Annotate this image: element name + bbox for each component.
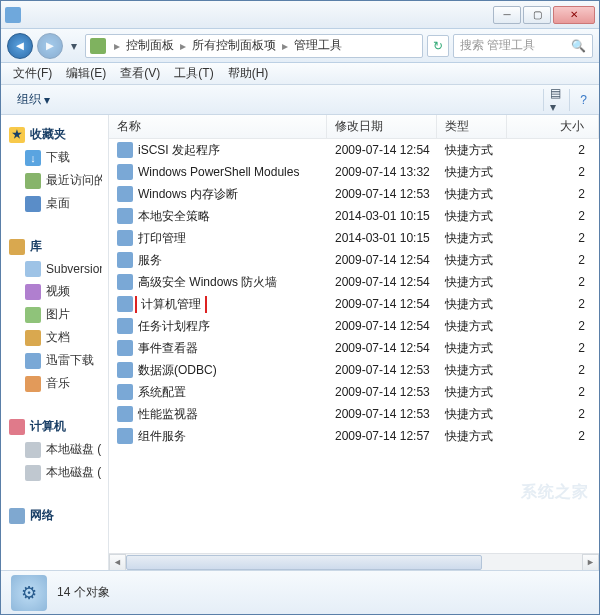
item-size: 2 [507, 187, 599, 201]
menu-tools[interactable]: 工具(T) [168, 63, 219, 84]
shortcut-icon [117, 296, 133, 312]
sidebar-item-music[interactable]: 音乐 [9, 372, 102, 395]
maximize-button[interactable]: ▢ [523, 6, 551, 24]
item-name: 组件服务 [138, 428, 186, 445]
column-size[interactable]: 大小 [507, 115, 599, 138]
search-input[interactable]: 搜索 管理工具 🔍 [453, 34, 593, 58]
list-item[interactable]: 事件查看器2009-07-14 12:54快捷方式2 [109, 337, 599, 359]
chevron-right-icon[interactable]: ▸ [178, 39, 188, 53]
menu-view[interactable]: 查看(V) [114, 63, 166, 84]
item-name: Windows 内存诊断 [138, 186, 238, 203]
item-type: 快捷方式 [437, 296, 507, 313]
chevron-right-icon[interactable]: ▸ [112, 39, 122, 53]
horizontal-scrollbar[interactable]: ◄ ► [109, 553, 599, 570]
menu-help[interactable]: 帮助(H) [222, 63, 275, 84]
picture-icon [25, 307, 41, 323]
address-bar[interactable]: ▸ 控制面板 ▸ 所有控制面板项 ▸ 管理工具 [85, 34, 423, 58]
sidebar-item-desktop[interactable]: 桌面 [9, 192, 102, 215]
item-type: 快捷方式 [437, 428, 507, 445]
close-button[interactable]: ✕ [553, 6, 595, 24]
sidebar-network[interactable]: 网络 [9, 504, 102, 527]
sidebar-item-downloads[interactable]: ↓下载 [9, 146, 102, 169]
list-item[interactable]: 系统配置2009-07-14 12:53快捷方式2 [109, 381, 599, 403]
item-size: 2 [507, 253, 599, 267]
item-name: 数据源(ODBC) [138, 362, 217, 379]
list-item[interactable]: 数据源(ODBC)2009-07-14 12:53快捷方式2 [109, 359, 599, 381]
back-button[interactable]: ◄ [7, 33, 33, 59]
column-name[interactable]: 名称 [109, 115, 327, 138]
breadcrumb-seg-3[interactable]: 管理工具 [290, 37, 346, 54]
sidebar-computer[interactable]: 计算机 [9, 415, 102, 438]
refresh-button[interactable]: ↻ [427, 35, 449, 57]
item-size: 2 [507, 165, 599, 179]
recent-icon [25, 173, 41, 189]
network-icon [9, 508, 25, 524]
scroll-thumb[interactable] [126, 555, 482, 570]
shortcut-icon [117, 362, 133, 378]
sidebar-item-documents[interactable]: 文档 [9, 326, 102, 349]
organize-button[interactable]: 组织 ▾ [9, 88, 58, 111]
item-type: 快捷方式 [437, 384, 507, 401]
list-item[interactable]: 组件服务2009-07-14 12:57快捷方式2 [109, 425, 599, 447]
shortcut-icon [117, 318, 133, 334]
shortcut-icon [117, 384, 133, 400]
list-item[interactable]: 高级安全 Windows 防火墙2009-07-14 12:54快捷方式2 [109, 271, 599, 293]
sidebar-favorites[interactable]: ★收藏夹 [9, 123, 102, 146]
sidebar-item-pictures[interactable]: 图片 [9, 303, 102, 326]
titlebar[interactable]: ─ ▢ ✕ [1, 1, 599, 29]
history-dropdown[interactable]: ▾ [67, 36, 81, 56]
item-name: Windows PowerShell Modules [138, 165, 299, 179]
minimize-button[interactable]: ─ [493, 6, 521, 24]
navigation-pane[interactable]: ★收藏夹 ↓下载 最近访问的 桌面 库 Subversion 视频 图片 文档 … [1, 115, 109, 570]
item-type: 快捷方式 [437, 274, 507, 291]
shortcut-icon [117, 274, 133, 290]
item-type: 快捷方式 [437, 362, 507, 379]
view-mode-button[interactable]: ▤ ▾ [543, 89, 565, 111]
column-date[interactable]: 修改日期 [327, 115, 437, 138]
list-item[interactable]: 打印管理2014-03-01 10:15快捷方式2 [109, 227, 599, 249]
sidebar-item-thunder[interactable]: 迅雷下载 [9, 349, 102, 372]
column-type[interactable]: 类型 [437, 115, 507, 138]
list-item[interactable]: 服务2009-07-14 12:54快捷方式2 [109, 249, 599, 271]
menu-edit[interactable]: 编辑(E) [60, 63, 112, 84]
item-date: 2009-07-14 12:57 [327, 429, 437, 443]
sidebar-item-subversion[interactable]: Subversion [9, 258, 102, 280]
sidebar-libraries[interactable]: 库 [9, 235, 102, 258]
shortcut-icon [117, 208, 133, 224]
item-type: 快捷方式 [437, 318, 507, 335]
item-size: 2 [507, 319, 599, 333]
item-type: 快捷方式 [437, 406, 507, 423]
list-body[interactable]: iSCSI 发起程序2009-07-14 12:54快捷方式2Windows P… [109, 139, 599, 553]
sidebar-item-recent[interactable]: 最近访问的 [9, 169, 102, 192]
list-item[interactable]: 计算机管理2009-07-14 12:54快捷方式2 [109, 293, 599, 315]
list-item[interactable]: 本地安全策略2014-03-01 10:15快捷方式2 [109, 205, 599, 227]
item-size: 2 [507, 407, 599, 421]
list-item[interactable]: 性能监视器2009-07-14 12:53快捷方式2 [109, 403, 599, 425]
shortcut-icon [117, 428, 133, 444]
breadcrumb-seg-1[interactable]: 控制面板 [122, 37, 178, 54]
sidebar-item-disk[interactable]: 本地磁盘 ( [9, 438, 102, 461]
sidebar-item-videos[interactable]: 视频 [9, 280, 102, 303]
scroll-track[interactable] [126, 554, 582, 570]
search-icon[interactable]: 🔍 [571, 39, 586, 53]
breadcrumb-seg-2[interactable]: 所有控制面板项 [188, 37, 280, 54]
chevron-right-icon[interactable]: ▸ [280, 39, 290, 53]
list-item[interactable]: iSCSI 发起程序2009-07-14 12:54快捷方式2 [109, 139, 599, 161]
star-icon: ★ [9, 127, 25, 143]
sidebar-item-disk[interactable]: 本地磁盘 ( [9, 461, 102, 484]
list-item[interactable]: Windows PowerShell Modules2009-07-14 13:… [109, 161, 599, 183]
menu-file[interactable]: 文件(F) [7, 63, 58, 84]
item-date: 2009-07-14 12:53 [327, 187, 437, 201]
scroll-right-button[interactable]: ► [582, 554, 599, 571]
item-type: 快捷方式 [437, 142, 507, 159]
list-item[interactable]: Windows 内存诊断2009-07-14 12:53快捷方式2 [109, 183, 599, 205]
item-size: 2 [507, 231, 599, 245]
scroll-left-button[interactable]: ◄ [109, 554, 126, 571]
help-icon[interactable]: ? [569, 89, 591, 111]
computer-icon [9, 419, 25, 435]
item-date: 2014-03-01 10:15 [327, 231, 437, 245]
column-headers: 名称 修改日期 类型 大小 [109, 115, 599, 139]
item-date: 2014-03-01 10:15 [327, 209, 437, 223]
forward-button[interactable]: ► [37, 33, 63, 59]
list-item[interactable]: 任务计划程序2009-07-14 12:54快捷方式2 [109, 315, 599, 337]
